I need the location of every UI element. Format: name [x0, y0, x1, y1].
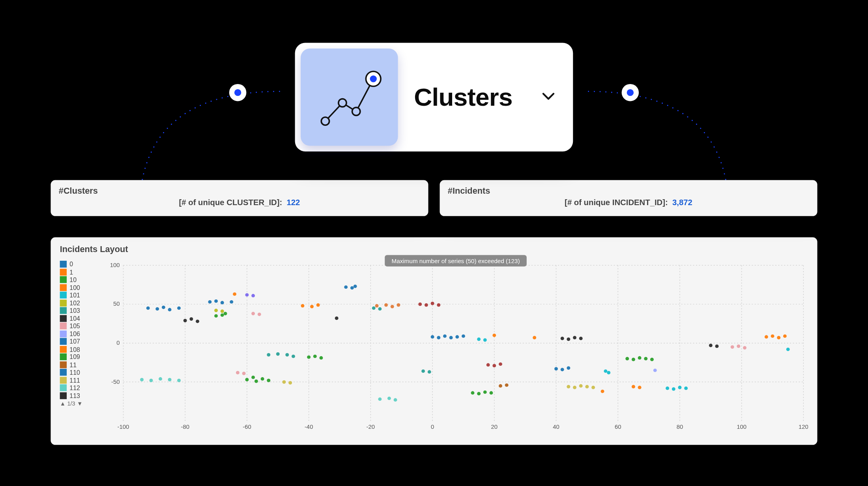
- svg-point-55: [221, 310, 224, 313]
- svg-point-79: [335, 316, 339, 320]
- legend-swatch: [60, 323, 67, 329]
- legend-label: 107: [69, 338, 80, 345]
- svg-point-111: [477, 392, 481, 396]
- svg-point-132: [625, 357, 629, 361]
- svg-point-144: [709, 344, 713, 347]
- pager-text: 1/3: [67, 400, 75, 406]
- svg-point-121: [554, 367, 558, 370]
- connector-right: [577, 66, 760, 194]
- svg-text:40: 40: [553, 424, 559, 430]
- legend-item[interactable]: 105: [60, 323, 99, 329]
- legend-item[interactable]: 112: [60, 384, 99, 391]
- stat-value: 122: [287, 198, 300, 207]
- svg-point-120: [579, 337, 583, 340]
- header-title: Clusters: [414, 83, 513, 112]
- triangle-up-icon[interactable]: ▲: [60, 400, 65, 406]
- svg-point-112: [483, 391, 487, 394]
- svg-text:0: 0: [431, 424, 434, 430]
- svg-point-42: [183, 319, 187, 322]
- svg-point-106: [483, 338, 487, 342]
- legend-label: 0: [69, 261, 73, 267]
- legend-label: 103: [69, 307, 80, 314]
- legend-item[interactable]: 102: [60, 299, 99, 306]
- svg-point-114: [499, 384, 502, 388]
- legend-item[interactable]: 101: [60, 292, 99, 298]
- svg-text:120: 120: [799, 424, 808, 430]
- svg-point-119: [573, 336, 576, 340]
- svg-point-143: [684, 387, 688, 390]
- svg-point-152: [783, 335, 787, 338]
- svg-point-150: [771, 335, 774, 338]
- legend-label: 1: [69, 269, 73, 275]
- legend-item[interactable]: 108: [60, 346, 99, 352]
- svg-text:0: 0: [116, 340, 120, 346]
- node-dot-left: [229, 84, 247, 101]
- legend-swatch: [60, 377, 67, 383]
- svg-point-38: [155, 307, 159, 311]
- legend-swatch: [60, 276, 67, 283]
- svg-point-53: [251, 294, 255, 297]
- legend-item[interactable]: 106: [60, 330, 99, 337]
- legend-swatch: [60, 338, 67, 345]
- svg-point-74: [313, 355, 317, 358]
- legend-item[interactable]: 107: [60, 338, 99, 345]
- svg-point-62: [245, 378, 249, 381]
- svg-point-137: [632, 385, 635, 389]
- svg-point-45: [208, 300, 211, 304]
- legend-item[interactable]: 111: [60, 377, 99, 383]
- svg-text:50: 50: [113, 301, 120, 307]
- svg-point-70: [276, 352, 280, 356]
- legend-label: 105: [69, 323, 80, 329]
- legend-label: 106: [69, 330, 80, 337]
- scatter-plot[interactable]: -50050100-100-80-60-40-20020406080100120: [103, 257, 808, 435]
- svg-point-63: [251, 376, 255, 379]
- legend-item[interactable]: 0: [60, 261, 99, 267]
- legend-swatch: [60, 384, 67, 391]
- chart-warning: Maximum number of series (50) exceeded (…: [385, 255, 527, 266]
- legend-item[interactable]: 113: [60, 392, 99, 399]
- svg-point-72: [292, 355, 295, 358]
- chart-legend: 0110100101102103104105106107108109111101…: [60, 257, 99, 437]
- svg-point-99: [462, 335, 465, 338]
- legend-label: 109: [69, 353, 80, 360]
- svg-point-40: [168, 308, 172, 312]
- header-card[interactable]: Clusters: [295, 43, 573, 152]
- legend-item[interactable]: 104: [60, 315, 99, 322]
- legend-pager[interactable]: ▲1/3▼: [60, 400, 99, 406]
- svg-point-81: [350, 286, 354, 290]
- legend-swatch: [60, 330, 67, 337]
- legend-label: 111: [69, 377, 80, 383]
- svg-point-103: [437, 303, 440, 307]
- svg-point-149: [765, 335, 768, 339]
- legend-item[interactable]: 11: [60, 361, 99, 368]
- legend-item[interactable]: 10: [60, 276, 99, 283]
- svg-text:-40: -40: [305, 424, 313, 430]
- svg-point-49: [214, 314, 218, 318]
- chevron-down-icon[interactable]: [540, 88, 557, 107]
- svg-point-59: [159, 377, 162, 381]
- legend-item[interactable]: 1: [60, 269, 99, 275]
- triangle-down-icon[interactable]: ▼: [77, 400, 82, 406]
- stat-card-incidents: #Incidents [# of unique INCIDENT_ID]: 3,…: [440, 180, 817, 216]
- svg-point-54: [214, 309, 218, 312]
- legend-item[interactable]: 110: [60, 369, 99, 376]
- svg-point-51: [224, 312, 227, 315]
- svg-point-113: [490, 391, 493, 395]
- svg-point-61: [177, 379, 181, 382]
- legend-label: 108: [69, 346, 80, 352]
- legend-item[interactable]: 103: [60, 307, 99, 314]
- legend-swatch: [60, 307, 67, 314]
- svg-point-115: [505, 383, 509, 387]
- svg-point-75: [320, 356, 323, 360]
- svg-point-101: [425, 303, 428, 307]
- svg-point-39: [162, 306, 165, 309]
- svg-point-138: [638, 386, 642, 389]
- legend-item[interactable]: 109: [60, 353, 99, 360]
- svg-point-155: [258, 312, 261, 316]
- stat-label: [# of unique INCIDENT_ID]:: [565, 198, 668, 207]
- legend-swatch: [60, 353, 67, 360]
- svg-point-151: [777, 336, 780, 340]
- svg-point-43: [189, 317, 193, 321]
- legend-item[interactable]: 100: [60, 284, 99, 291]
- svg-point-100: [418, 303, 422, 306]
